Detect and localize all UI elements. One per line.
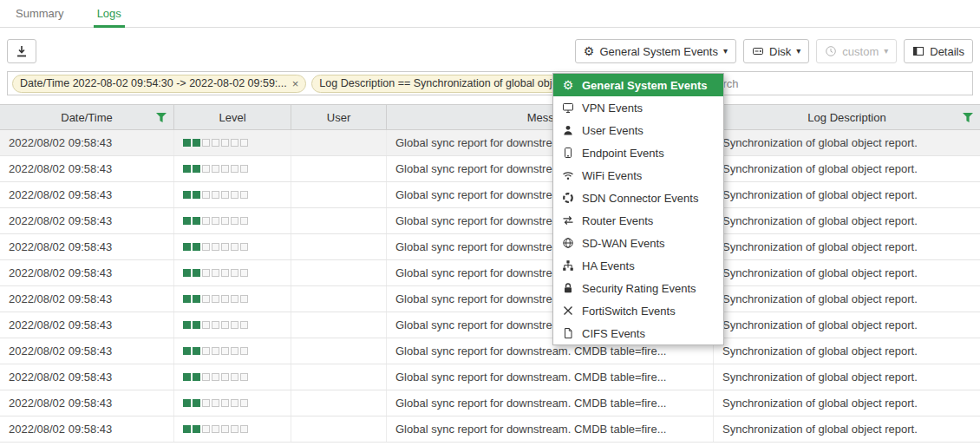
level-square (221, 425, 229, 433)
log-row[interactable]: 2022/08/02 09:58:43Global sync report fo… (0, 156, 980, 182)
log-row[interactable]: 2022/08/02 09:58:43Global sync report fo… (0, 208, 980, 234)
level-square (221, 217, 229, 225)
toolbar-right-group: ⚙ General System Events ▾ Disk ▾ custom … (575, 39, 973, 63)
level-square (193, 347, 200, 355)
disk-dropdown-button[interactable]: Disk ▾ (743, 39, 809, 63)
lock-icon (561, 282, 575, 294)
log-row[interactable]: 2022/08/02 09:58:43Global sync report fo… (0, 364, 980, 390)
details-button[interactable]: Details (904, 39, 973, 63)
cell-datetime: 2022/08/02 09:58:43 (0, 208, 173, 233)
table-header: Date/TimeLevelUserMessageLog Description (0, 104, 980, 130)
search-input[interactable] (702, 77, 968, 90)
details-button-label: Details (930, 45, 964, 58)
menu-item-general-system-events[interactable]: ⚙General System Events (553, 74, 723, 96)
level-square (231, 165, 238, 173)
cell-user (291, 156, 386, 181)
column-header-log-description[interactable]: Log Description (713, 105, 980, 129)
level-square (240, 269, 248, 277)
menu-item-router-events[interactable]: Router Events (553, 209, 723, 232)
log-row[interactable]: 2022/08/02 09:58:43Global sync report fo… (0, 338, 980, 364)
level-square (202, 321, 210, 329)
column-header-user[interactable]: User (291, 105, 386, 129)
event-type-dropdown-button[interactable]: ⚙ General System Events ▾ (575, 39, 736, 63)
custom-time-dropdown-button[interactable]: custom ▾ (816, 39, 897, 63)
level-square (183, 165, 191, 173)
level-square (193, 243, 200, 251)
level-square (193, 373, 200, 381)
column-header-level[interactable]: Level (173, 105, 291, 129)
menu-item-vpn-events[interactable]: VPN Events (553, 96, 723, 119)
disk-button-label: Disk (769, 45, 791, 58)
cell-description: Synchronization of global object report. (713, 364, 980, 390)
user-icon (561, 124, 575, 136)
cell-description: Synchronization of global object report. (713, 338, 980, 364)
sdn-icon (561, 192, 575, 204)
level-square (231, 399, 238, 407)
level-square (202, 373, 210, 381)
download-button[interactable] (7, 39, 36, 63)
cell-user (291, 130, 386, 155)
level-square (183, 373, 191, 381)
clock-icon (825, 45, 837, 57)
menu-item-label: CIFS Events (582, 327, 645, 340)
level-square (212, 243, 219, 251)
menu-item-sd-wan-events[interactable]: SD-WAN Events (553, 232, 723, 254)
level-square (193, 165, 200, 173)
tab-summary[interactable]: Summary (12, 0, 68, 27)
level-square (183, 399, 191, 407)
menu-item-cifs-events[interactable]: CIFS Events (553, 322, 723, 344)
column-label: Date/Time (61, 111, 112, 124)
cell-level (173, 260, 291, 285)
level-square (183, 321, 191, 329)
cell-datetime: 2022/08/02 09:58:43 (0, 364, 173, 390)
chevron-down-icon: ▾ (884, 47, 888, 56)
level-square (231, 139, 238, 147)
menu-item-sdn-connector-events[interactable]: SDN Connector Events (553, 187, 723, 209)
cell-user (291, 364, 386, 390)
level-square (202, 269, 210, 277)
cell-description: Synchronization of global object report. (713, 234, 980, 259)
log-row[interactable]: 2022/08/02 09:58:43Global sync report fo… (0, 286, 980, 312)
menu-item-label: Security Rating Events (582, 282, 696, 295)
cell-level (173, 208, 291, 233)
level-square (193, 321, 200, 329)
level-square (240, 243, 248, 251)
chip-close-icon[interactable]: × (292, 78, 299, 89)
level-square (221, 373, 229, 381)
column-header-date-time[interactable]: Date/Time (0, 105, 173, 129)
cell-datetime: 2022/08/02 09:58:43 (0, 182, 173, 207)
level-square (202, 399, 210, 407)
menu-item-label: FortiSwitch Events (582, 305, 676, 318)
log-row[interactable]: 2022/08/02 09:58:43Global sync report fo… (0, 416, 980, 443)
log-row[interactable]: 2022/08/02 09:58:43Global sync report fo… (0, 390, 980, 416)
cell-datetime: 2022/08/02 09:58:43 (0, 234, 173, 259)
menu-item-label: Router Events (582, 214, 653, 227)
menu-item-user-events[interactable]: User Events (553, 119, 723, 141)
cell-level (173, 156, 291, 181)
tab-logs[interactable]: Logs (94, 0, 125, 27)
level-square (183, 217, 191, 225)
cell-level (173, 390, 291, 416)
level-square (202, 191, 210, 199)
log-row[interactable]: 2022/08/02 09:58:43Global sync report fo… (0, 260, 980, 286)
log-row[interactable]: 2022/08/02 09:58:43Global sync report fo… (0, 130, 980, 156)
level-square (231, 321, 238, 329)
cell-user (291, 208, 386, 233)
level-square (240, 191, 248, 199)
log-row[interactable]: 2022/08/02 09:58:43Global sync report fo… (0, 234, 980, 260)
menu-item-wifi-events[interactable]: WiFi Events (553, 164, 723, 187)
menu-item-fortiswitch-events[interactable]: FortiSwitch Events (553, 299, 723, 322)
menu-item-ha-events[interactable]: HA Events (553, 254, 723, 277)
menu-item-label: SD-WAN Events (582, 237, 665, 250)
event-type-button-label: General System Events (599, 45, 718, 58)
level-square (221, 165, 229, 173)
filter-funnel-icon[interactable] (156, 113, 167, 122)
menu-item-endpoint-events[interactable]: Endpoint Events (553, 141, 723, 164)
filter-funnel-icon[interactable] (963, 113, 973, 122)
menu-item-security-rating-events[interactable]: Security Rating Events (553, 277, 723, 299)
level-square (183, 139, 191, 147)
custom-button-label: custom (842, 45, 879, 58)
log-row[interactable]: 2022/08/02 09:58:43Global sync report fo… (0, 182, 980, 208)
level-square (221, 295, 229, 303)
log-row[interactable]: 2022/08/02 09:58:43Global sync report fo… (0, 312, 980, 338)
